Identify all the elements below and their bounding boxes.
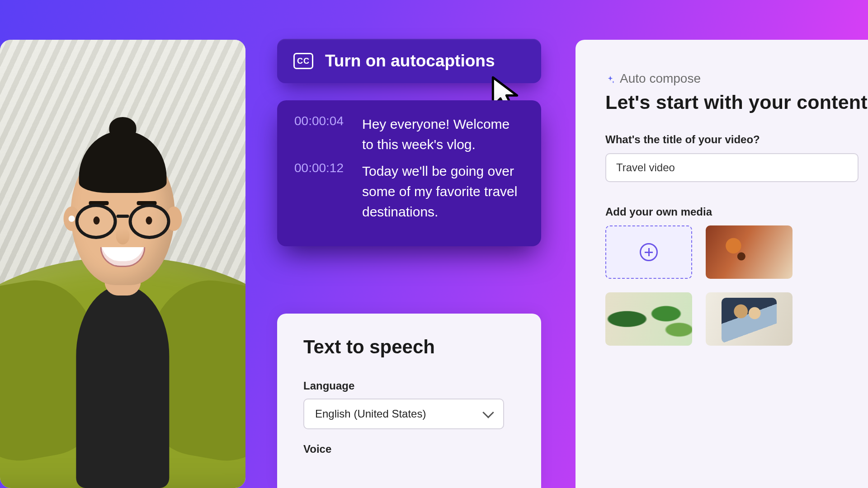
media-thumbnail[interactable] [706,225,793,279]
caption-text: Hey everyone! Welcome to this week's vlo… [362,114,524,155]
language-select-value: English (United States) [315,408,426,420]
media-thumbnail[interactable] [706,292,793,346]
auto-compose-badge-label: Auto compose [620,71,701,86]
caption-timestamp: 00:00:12 [294,161,352,222]
auto-compose-heading: Let's start with your content [605,91,868,113]
caption-timestamp: 00:00:04 [294,114,352,155]
auto-compose-panel: Auto compose Let's start with your conte… [576,40,868,488]
captions-transcript-panel: 00:00:04 Hey everyone! Welcome to this w… [277,100,541,246]
autocaptions-button-label: Turn on autocaptions [325,52,495,70]
media-thumbnail[interactable] [605,292,692,346]
media-grid [605,225,868,346]
closed-captions-icon: CC [293,53,313,69]
video-preview-thumbnail [0,40,245,488]
turn-on-autocaptions-button[interactable]: CC Turn on autocaptions [277,39,541,83]
caption-text: Today we'll be going over some of my fav… [362,161,524,222]
sparkle-icon [605,74,615,84]
text-to-speech-panel: Text to speech Language English (United … [277,314,541,488]
plus-icon [640,243,658,261]
chevron-down-icon [482,407,494,418]
video-title-input-value: Travel video [616,161,675,174]
voice-label: Voice [303,443,515,455]
add-media-button[interactable] [605,225,692,279]
video-title-question: What's the title of your video? [605,133,868,146]
language-select[interactable]: English (United States) [303,399,504,429]
tts-heading: Text to speech [303,336,515,358]
add-media-label: Add your own media [605,206,868,218]
video-title-input[interactable]: Travel video [605,153,859,182]
auto-compose-badge: Auto compose [605,71,868,86]
language-label: Language [303,380,515,392]
caption-row: 00:00:04 Hey everyone! Welcome to this w… [294,114,524,155]
caption-row: 00:00:12 Today we'll be going over some … [294,161,524,222]
